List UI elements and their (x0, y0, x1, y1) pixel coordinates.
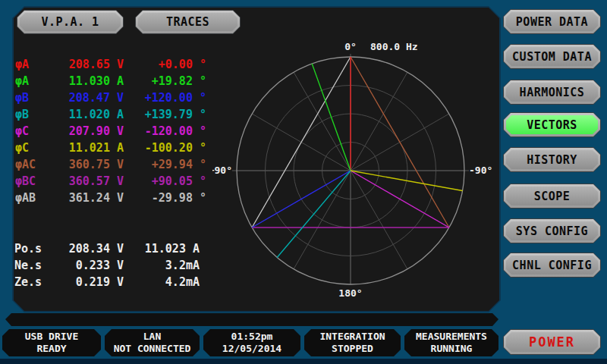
phase-value: 208.65 V (62, 58, 124, 71)
sidebar-item-label: HISTORY (506, 150, 598, 169)
seq-label: Ne.s (14, 259, 57, 272)
table-row: Ne.s0.233 V3.2mA (14, 257, 200, 274)
sidebar-item-label: CUSTOM DATA (506, 47, 598, 66)
axis-label-180deg: 180° (338, 287, 362, 299)
vpa-1-label: V.P.A. 1 (20, 13, 121, 31)
phase-angle: +120.00 ° (124, 91, 206, 105)
frequency-label: 800.0 Hz (370, 41, 418, 52)
table-row: φB11.020 A+139.79 ° (15, 106, 206, 123)
status-line1: MEASUREMENTS (416, 331, 487, 343)
sidebar-item-history[interactable]: HISTORY (503, 147, 601, 172)
table-row: φC11.021 A-100.20 ° (15, 140, 206, 156)
sidebar-item-label: HARMONICS (506, 83, 598, 102)
sidebar-item-chnl-config[interactable]: CHNL CONFIG (503, 253, 601, 278)
status-integration: INTEGRATION STOPPED (304, 329, 401, 356)
phase-label: φC (15, 124, 62, 138)
footer-separator-bar (5, 313, 498, 326)
phase-label: φB (15, 91, 62, 105)
seq-label: Po.s (14, 242, 57, 256)
sidebar-item-vectors[interactable]: VECTORS (503, 112, 601, 137)
sidebar-item-custom-data[interactable]: CUSTOM DATA (503, 44, 601, 69)
sidebar-item-label: SYS CONFIG (506, 221, 598, 240)
status-usb-drive: USB DRIVE READY (2, 329, 101, 356)
axis-label-minus90: -90° (469, 165, 492, 176)
table-row: φAB361.24 V-29.98 ° (15, 190, 206, 206)
phase-label: φC (15, 141, 62, 155)
vector-polar-plot: 0° 800.0 Hz +90° -90° 180° (212, 36, 493, 302)
phase-label: φB (15, 108, 62, 121)
table-row: φC207.90 V-120.00 ° (15, 123, 206, 140)
vector-lines (252, 57, 463, 258)
phase-value: 207.90 V (62, 124, 124, 138)
table-row: φBC360.57 V+90.05 ° (15, 173, 206, 190)
sidebar-item-label: CHNL CONFIG (506, 256, 598, 275)
traces-label: TRACES (138, 13, 237, 31)
seq-voltage: 208.34 V (57, 242, 124, 256)
status-line2: NOT CONNECTED (114, 343, 191, 355)
status-line2: RUNNING (431, 343, 473, 355)
sidebar-item-harmonics[interactable]: HARMONICS (503, 80, 601, 105)
sidebar-item-power-data[interactable]: POWER DATA (503, 9, 601, 34)
status-lan: LAN NOT CONNECTED (105, 329, 200, 356)
seq-current: 11.023 A (124, 242, 200, 256)
power-button-label: POWER (506, 332, 598, 352)
table-row: φA11.030 A+19.82 ° (15, 73, 206, 89)
status-line2: STOPPED (332, 343, 373, 355)
phase-value: 208.47 V (62, 91, 124, 105)
phase-value: 11.030 A (62, 74, 124, 88)
phase-angle: -100.20 ° (124, 141, 206, 155)
phase-angle: +0.00 ° (124, 58, 206, 71)
phase-value: 360.57 V (62, 174, 124, 188)
phase-label: φA (15, 58, 62, 71)
seq-voltage: 0.233 V (57, 259, 124, 272)
seq-label: Ze.s (14, 275, 57, 289)
phase-label: φA (15, 74, 62, 88)
seq-voltage: 0.219 V (57, 275, 124, 289)
phase-value: 11.020 A (62, 108, 124, 121)
phase-angle: -29.98 ° (124, 191, 206, 205)
status-line1: INTEGRATION (319, 331, 385, 343)
axis-label-0deg: 0° (344, 41, 357, 52)
power-button[interactable]: POWER (503, 329, 601, 355)
status-line1: 01:52pm (231, 331, 273, 343)
status-measurements: MEASUREMENTS RUNNING (404, 329, 498, 356)
phase-value: 11.021 A (62, 141, 124, 155)
status-line2: READY (36, 343, 66, 355)
traces-button[interactable]: TRACES (135, 10, 241, 34)
table-row: Ze.s0.219 V4.2mA (14, 274, 200, 290)
phase-label: φBC (15, 174, 62, 188)
sidebar-item-sys-config[interactable]: SYS CONFIG (503, 218, 601, 243)
phase-angle: +19.82 ° (124, 74, 206, 88)
table-row: φA208.65 V+0.00 ° (15, 56, 206, 73)
phase-label: φAC (15, 158, 62, 171)
sidebar-item-label: SCOPE (506, 187, 598, 206)
bottom-edge-strip (0, 359, 607, 364)
status-line1: LAN (143, 331, 161, 343)
phase-measurement-table: φA208.65 V+0.00 ° φA11.030 A+19.82 ° φB2… (15, 56, 206, 206)
sequence-table: Po.s208.34 V11.023 A Ne.s0.233 V3.2mA Ze… (14, 240, 200, 290)
phase-angle: -120.00 ° (124, 124, 206, 138)
axis-label-plus90: +90° (212, 165, 232, 176)
status-datetime: 01:52pm 12/05/2014 (203, 329, 300, 356)
phase-angle: +139.79 ° (124, 108, 206, 121)
sidebar-item-label: POWER DATA (506, 12, 598, 31)
table-row: φB208.47 V+120.00 ° (15, 89, 206, 106)
phase-value: 360.75 V (62, 158, 124, 171)
status-line1: USB DRIVE (25, 331, 78, 343)
sidebar-item-scope[interactable]: SCOPE (503, 184, 601, 209)
seq-current: 3.2mA (124, 259, 200, 272)
sidebar-item-label: VECTORS (506, 115, 598, 134)
phase-label: φAB (15, 191, 62, 205)
seq-current: 4.2mA (124, 275, 200, 289)
phase-angle: +90.05 ° (124, 174, 206, 188)
table-row: φAC360.75 V+29.94 ° (15, 156, 206, 173)
vpa-1-button[interactable]: V.P.A. 1 (17, 10, 124, 34)
status-line2: 12/05/2014 (222, 343, 281, 355)
phase-angle: +29.94 ° (124, 158, 206, 171)
phase-value: 361.24 V (62, 191, 124, 205)
table-row: Po.s208.34 V11.023 A (14, 240, 200, 257)
